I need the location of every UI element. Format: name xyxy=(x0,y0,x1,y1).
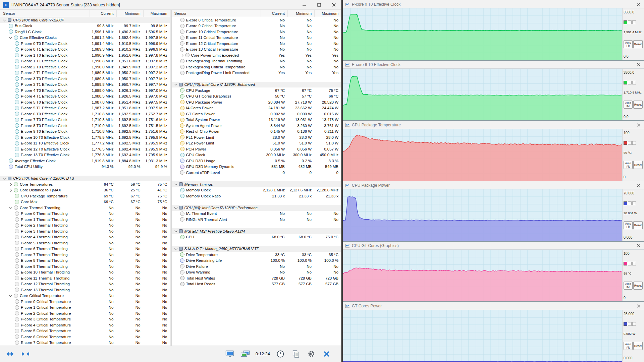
auto-fit-button[interactable]: Auto Fit xyxy=(624,221,633,229)
auto-fit-button[interactable]: Auto Fit xyxy=(624,40,633,48)
sensor-row[interactable]: E-core 7 Thermal ThrottlingNoNoNo xyxy=(0,252,170,258)
sensor-row[interactable]: P-core 4 T0 Effective Clock1,989.0 MHz1,… xyxy=(0,87,170,94)
sensor-row[interactable]: CPU68.0 °C68.0 °C75.0 °C xyxy=(172,234,341,240)
sensor-row[interactable]: P-core 3 Critical TemperatureNoNoNo xyxy=(0,316,170,322)
column-header-current[interactable]: Current xyxy=(90,10,116,17)
sensor-row[interactable]: E-core 10 Critical TemperatureNoNoNo xyxy=(172,29,341,35)
sensor-row[interactable]: PL2 Power Limit51.0 W51.0 W51.0 W xyxy=(172,140,341,146)
reset-button[interactable]: Reset xyxy=(633,342,643,350)
sensor-row[interactable]: Core Distance to TjMAX36 °C25 °C41 °C xyxy=(0,187,170,193)
graph-color-swatch[interactable] xyxy=(624,141,627,145)
sensor-row[interactable]: E-core 7 Critical TemperatureNoNoNo xyxy=(0,340,170,346)
sensor-row[interactable]: PL1 Power Limit28.0 W28.0 W28.0 W xyxy=(172,134,341,140)
graph-option-button-2[interactable] xyxy=(632,201,636,205)
sensor-row[interactable]: E-core 9 Thermal ThrottlingNoNoNo xyxy=(0,263,170,269)
auto-fit-button[interactable]: Auto Fit xyxy=(624,161,633,169)
graph-titlebar[interactable]: GT Cores Power xyxy=(343,302,644,310)
sensor-row[interactable]: E-core 8 Thermal ThrottlingNoNoNo xyxy=(0,258,170,264)
window-titlebar[interactable]: H HWiNFO64 v7.24-4770 Sensor Status [233… xyxy=(0,0,341,10)
sensor-row[interactable]: E-core 11 Critical TemperatureNoNoNo xyxy=(172,35,341,41)
sensor-row[interactable]: E-core 13 T0 Effective Clock1,776.3 MHz1… xyxy=(0,152,170,158)
graph-color-swatch[interactable] xyxy=(624,81,627,84)
sensor-row[interactable]: P-core 3 T1 Effective Clock1,989.8 MHz1,… xyxy=(0,82,170,88)
graph-titlebar[interactable]: CPU Package Power xyxy=(343,181,644,189)
column-header-current[interactable]: Current xyxy=(261,10,287,17)
sensor-row[interactable]: GPU D3D Memory Dynamic531 MB482 MB549 MB xyxy=(172,164,341,170)
graph-option-button-2[interactable] xyxy=(632,322,636,326)
auto-fit-button[interactable]: Auto Fit xyxy=(624,282,633,290)
column-header-sensor[interactable]: Sensor xyxy=(0,10,90,17)
sensor-row[interactable]: P-core 0 T1 Effective Clock1,989.3 MHz1,… xyxy=(0,47,170,53)
sensor-row[interactable]: Bus Clock99.8 MHz99.7 MHz99.8 MHz xyxy=(0,23,170,29)
graph-option-button-1[interactable] xyxy=(628,322,632,326)
sensor-row[interactable]: Core Thermal ThrottlingNoNoNo xyxy=(0,205,170,211)
sensor-row[interactable]: P-core 2 Thermal ThrottlingNoNoNo xyxy=(0,223,170,229)
sensor-row[interactable]: P-core 0 Critical TemperatureNoNoNo xyxy=(0,299,170,305)
sensor-windows-button[interactable] xyxy=(239,348,252,360)
collapse-arrow-icon[interactable] xyxy=(174,82,179,87)
sensor-row[interactable]: Total Host Reads577 GB577 GB577 GB xyxy=(172,281,341,287)
collapse-arrow-icon[interactable] xyxy=(8,35,13,40)
collapse-arrow-icon[interactable] xyxy=(174,229,179,234)
close-button[interactable] xyxy=(326,0,341,9)
sensor-row[interactable]: P-core 5 T0 Effective Clock1,987.8 MHz1,… xyxy=(0,99,170,105)
sensor-row[interactable]: Rest-of-Chip Power0.145 W0.136 W0.211 W xyxy=(172,129,341,135)
minimize-button[interactable] xyxy=(297,0,312,9)
close-sensors-button[interactable] xyxy=(320,348,333,360)
graph-option-button-2[interactable] xyxy=(632,141,636,145)
sensor-row[interactable]: P-core 1 T0 Effective Clock1,990.9 MHz1,… xyxy=(0,52,170,58)
report-button[interactable] xyxy=(289,348,302,360)
sensor-row[interactable]: Total CPU Utility94.3 %92.0 %94.9 % xyxy=(0,164,170,170)
graph-option-button-2[interactable] xyxy=(632,262,636,265)
sensor-row[interactable]: Package/Ring Power Limit ExceededYesYesY… xyxy=(172,70,341,76)
sensor-row[interactable]: CPU Package Temperature69 °C67 °C75 °C xyxy=(0,193,170,199)
sensor-group-row[interactable]: Memory Timings xyxy=(172,181,341,187)
sensor-row[interactable]: Average Effective Clock1,919.8 MHz1,884.… xyxy=(0,158,170,164)
column-header-maximum[interactable]: Maximum xyxy=(143,10,170,17)
sensor-row[interactable]: Core Max69 °C67 °C75 °C xyxy=(0,199,170,205)
collapse-arrow-icon[interactable] xyxy=(2,176,7,181)
sensor-row[interactable]: GPU Clock300.0 MHz300.0 MHz450.0 MHz xyxy=(172,152,341,158)
sensor-row[interactable]: E-core 6 Critical TemperatureNoNoNo xyxy=(0,334,170,340)
sensor-row[interactable]: E-core 11 Thermal ThrottlingNoNoNo xyxy=(0,275,170,281)
sensor-row[interactable]: Memory Clock Ratio21.33 x21.33 x21.33 x xyxy=(172,193,341,199)
sensor-row[interactable]: P-core 5 Thermal ThrottlingNoNoNo xyxy=(0,240,170,246)
column-header-minimum[interactable]: Minimum xyxy=(116,10,143,17)
column-header-minimum[interactable]: Minimum xyxy=(287,10,314,17)
sensor-row[interactable]: E-core 6 Thermal ThrottlingNoNoNo xyxy=(0,246,170,252)
sensor-row[interactable]: GPU D3D Usage0.5 %0.2 %3.3 % xyxy=(172,158,341,164)
graph-close-button[interactable] xyxy=(634,121,643,129)
graph-close-button[interactable] xyxy=(634,181,643,189)
sensor-row[interactable]: P-core 4 Critical TemperatureNoNoNo xyxy=(0,322,170,328)
sensor-row[interactable]: P-core 5 Critical TemperatureNoNoNo xyxy=(0,328,170,334)
reset-button[interactable]: Reset xyxy=(633,282,643,290)
sensor-row[interactable]: P-core 3 T0 Effective Clock1,989.8 MHz1,… xyxy=(0,76,170,82)
sensor-row[interactable]: E-core 8 T0 Effective Clock1,710.9 MHz1,… xyxy=(0,123,170,129)
settings-button[interactable] xyxy=(305,348,318,360)
sensor-row[interactable]: P-core 2 Critical TemperatureNoNoNo xyxy=(0,310,170,316)
sensor-row[interactable]: System Agent Power3.344 W3.260 W3.761 W xyxy=(172,123,341,129)
sensor-group-row[interactable]: CPU [#0]: Intel Core i7-1280P xyxy=(0,17,170,23)
reset-button[interactable]: Reset xyxy=(633,221,643,229)
sensor-group-row[interactable]: CPU [#0]: Intel Core i7-1280P: Enhanced xyxy=(172,82,341,88)
sensor-row[interactable]: E-core 13 Thermal ThrottlingNoNoNo xyxy=(0,287,170,293)
sensor-row[interactable]: P-core 3 Thermal ThrottlingNoNoNo xyxy=(0,228,170,234)
sensor-row[interactable]: Package/Ring Thermal ThrottlingNoNoNo xyxy=(172,58,341,64)
sensor-row[interactable]: P-core 4 Thermal ThrottlingNoNoNo xyxy=(0,234,170,240)
sensor-row[interactable]: E-core 7 T0 Effective Clock1,710.8 MHz1,… xyxy=(0,117,170,123)
collapse-arrow-icon[interactable] xyxy=(174,182,179,187)
graph-color-swatch[interactable] xyxy=(624,262,627,265)
expand-arrow-icon[interactable] xyxy=(180,53,185,58)
expand-arrow-icon[interactable] xyxy=(8,182,13,187)
sensor-row[interactable]: CPU Package67 °C67 °C75 °C xyxy=(172,87,341,94)
collapse-arrow-icon[interactable] xyxy=(174,246,179,251)
sensor-row[interactable]: E-core 8 Critical TemperatureNoNoNo xyxy=(172,17,341,23)
sensor-row[interactable]: E-core 9 Critical TemperatureNoNoNo xyxy=(172,23,341,29)
sensor-group-row[interactable]: CPU [#0]: Intel Core i7-1280P: Performan… xyxy=(172,205,341,211)
graph-close-button[interactable] xyxy=(634,61,643,68)
graph-option-button-2[interactable] xyxy=(632,81,636,84)
sensor-row[interactable]: P-core 2 T1 Effective Clock1,989.5 MHz1,… xyxy=(0,70,170,76)
sensor-row[interactable]: Drive FailureNoNoNo xyxy=(172,263,341,269)
graph-titlebar[interactable]: CPU GT Cores (Graphics) xyxy=(343,242,644,250)
auto-fit-button[interactable]: Auto Fit xyxy=(624,101,633,109)
